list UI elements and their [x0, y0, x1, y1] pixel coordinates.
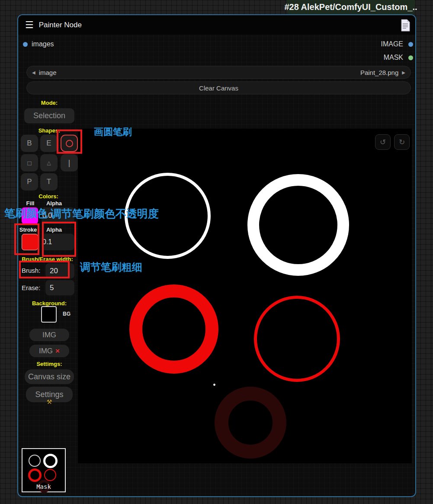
annotation-note-3: 调节笔刷粗细: [80, 260, 142, 274]
hamburger-menu-icon[interactable]: ☰: [25, 20, 34, 30]
paint-canvas[interactable]: ↺ ↻: [78, 129, 412, 463]
painted-circle-4: [215, 387, 286, 459]
clear-canvas-button[interactable]: Clear Canvas: [26, 81, 411, 94]
input-dot-images[interactable]: [23, 42, 28, 47]
tools-icon: ⚒: [26, 398, 73, 405]
node-id-badge: #28 AlekPet/ComfyUI_Custom_..: [287, 0, 415, 14]
undo-icon: ↺: [380, 138, 386, 147]
erase-width-input[interactable]: 5: [45, 280, 74, 295]
preview-circle-1: [29, 455, 41, 467]
painted-circle-1: [247, 174, 349, 276]
mode-label: Mode:: [18, 100, 80, 106]
annotation-note-1: 笔刷颜色: [4, 206, 48, 220]
erase-label: Erase:: [22, 284, 40, 291]
annotation-highlight-box-1: [14, 223, 39, 255]
mask-preview-label: Mask: [22, 483, 65, 490]
clear-canvas-label: Clear Canvas: [199, 84, 238, 92]
painted-circle-5: [213, 384, 215, 386]
annotation-highlight-box-0: [57, 129, 82, 154]
settings-button-label: Settings: [35, 390, 63, 399]
node-titlebar[interactable]: ☰ Painter Node: [18, 15, 415, 35]
settings-button[interactable]: Settings ⚒: [26, 387, 73, 402]
output-dot-image[interactable]: [408, 42, 413, 47]
preview-circle-2: [43, 454, 58, 468]
shape-button-erase[interactable]: E: [40, 135, 58, 152]
background-color-swatch[interactable]: [41, 306, 57, 323]
undo-button[interactable]: ↺: [375, 134, 391, 150]
painted-circle-3: [254, 296, 340, 382]
prev-image-arrow-icon[interactable]: ◀: [32, 70, 35, 75]
background-label: Background:: [18, 300, 80, 307]
shape-button-text[interactable]: T: [40, 173, 58, 191]
bg-label: BG: [60, 311, 73, 317]
shape-button-line[interactable]: |: [61, 154, 78, 171]
image-selector-widget[interactable]: ◀ image Paint_28.png ▶: [26, 66, 411, 79]
shape-button-pencil[interactable]: P: [21, 173, 38, 191]
annotation-note-2: 调节笔刷颜色不透明度: [51, 207, 159, 221]
img-remove-label: IMG: [39, 347, 53, 355]
annotation-note-0: 画圆笔刷: [94, 126, 132, 139]
remove-x-icon: ×: [55, 347, 60, 355]
output-dot-mask[interactable]: [408, 55, 413, 60]
fill-alpha-label: Alpha: [45, 200, 64, 207]
img-button[interactable]: IMG: [29, 329, 69, 341]
annotation-highlight-box-2: [42, 222, 76, 257]
annotation-highlight-box-3: [19, 261, 70, 278]
erase-width-value: 5: [50, 284, 54, 292]
img-remove-button[interactable]: IMG ×: [29, 345, 69, 357]
image-widget-label: image: [39, 69, 57, 76]
redo-icon: ↻: [399, 138, 405, 147]
document-icon[interactable]: [401, 19, 411, 33]
preview-circle-3: [28, 468, 42, 482]
colors-label: Colors:: [18, 193, 79, 200]
painted-circle-2: [129, 284, 218, 374]
settings-section-label: Settimgs:: [18, 361, 80, 367]
node-title: Painter Node: [39, 21, 82, 29]
mode-selection-button[interactable]: Selection: [24, 108, 74, 123]
input-label-images: images: [32, 40, 54, 48]
redo-button[interactable]: ↻: [394, 134, 410, 150]
fill-label: Fill: [21, 200, 40, 207]
output-label-image: IMAGE: [381, 40, 403, 48]
canvas-size-button[interactable]: Canvas size: [25, 369, 74, 384]
mask-preview-thumbnail[interactable]: Mask: [22, 448, 66, 492]
next-image-arrow-icon[interactable]: ▶: [402, 70, 405, 75]
shape-button-rectangle[interactable]: □: [21, 154, 38, 171]
comfyui-graph-background: #28 AlekPet/ComfyUI_Custom_.. ☰ Painter …: [0, 0, 433, 504]
shape-button-brush[interactable]: B: [21, 135, 38, 152]
shape-button-triangle[interactable]: △: [40, 154, 58, 171]
output-label-mask: MASK: [384, 54, 403, 61]
preview-circle-4: [44, 469, 56, 481]
image-widget-value: Paint_28.png: [360, 69, 398, 76]
painter-node: ☰ Painter Node images IMAGE MASK ◀: [17, 14, 416, 497]
